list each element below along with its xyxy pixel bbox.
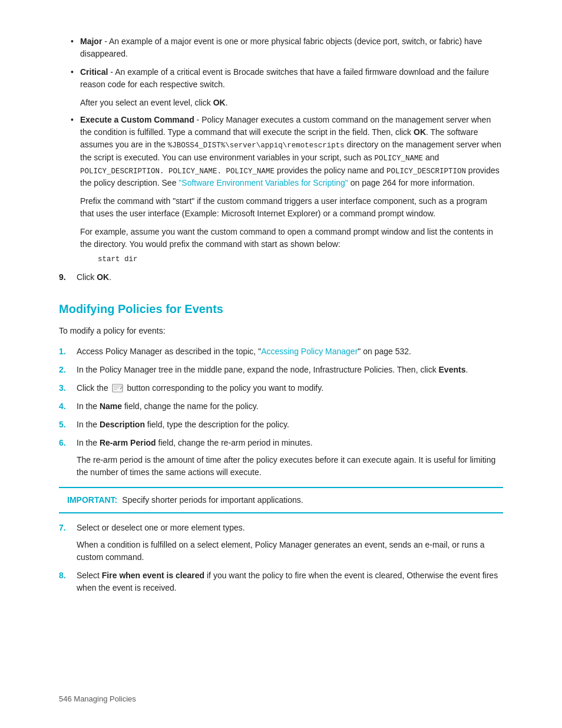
- code-example: start dir: [98, 254, 503, 265]
- step-6: 6. In the Re-arm Period field, change th…: [59, 437, 503, 479]
- step-1-link[interactable]: Accessing Policy Manager: [261, 347, 358, 356]
- step-6-sub: The re-arm period is the amount of time …: [77, 454, 503, 479]
- step-7: 7. Select or deselect one or more elemen…: [59, 522, 503, 564]
- step-8-content: Select Fire when event is cleared if you…: [77, 569, 503, 594]
- major-label: Major: [80, 37, 102, 46]
- step-7-num: 7.: [59, 522, 73, 534]
- svg-marker-4: [120, 387, 123, 390]
- ok-text: OK: [213, 98, 226, 107]
- page-container: Major - An example of a major event is o…: [0, 0, 562, 728]
- step-4-bold: Name: [100, 401, 122, 411]
- step-1-content: Access Policy Manager as described in th…: [77, 345, 503, 358]
- critical-label: Critical: [80, 67, 108, 77]
- execute-link[interactable]: "Software Environment Variables for Scri…: [178, 178, 348, 187]
- important-box: IMPORTANT: Specify shorter periods for i…: [59, 487, 503, 513]
- important-label: IMPORTANT:: [67, 494, 117, 506]
- step-5-num: 5.: [59, 419, 73, 431]
- after-select-text: After you select an event level, click: [80, 98, 213, 107]
- step-8-bold: Fire when event is cleared: [102, 571, 204, 580]
- execute-text4: and: [423, 153, 439, 162]
- step9-text-before: Click: [77, 272, 97, 282]
- step-3-content: Click the button corresponding to the po…: [77, 382, 503, 394]
- footer: 546 Managing Policies: [59, 693, 136, 705]
- step-8: 8. Select Fire when event is cleared if …: [59, 569, 503, 594]
- edit-icon: [112, 384, 124, 393]
- step-2-bold: Events: [439, 365, 466, 374]
- execute-mono1: %JBOSS4_DIST%\server\appiq\remotescripts: [168, 141, 345, 150]
- prefix-para: Prefix the command with "start" if the c…: [80, 195, 503, 220]
- bullet-execute: Execute a Custom Command - Policy Manage…: [71, 114, 503, 265]
- step-2-content: In the Policy Manager tree in the middle…: [77, 364, 503, 376]
- step-2-num: 2.: [59, 364, 73, 376]
- execute-mono3: POLICY_DESCRIPTION. POLICY_NAME. POLICY_…: [80, 167, 275, 176]
- step-4-num: 4.: [59, 400, 73, 413]
- after-select-line: After you select an event level, click O…: [80, 97, 503, 109]
- top-bullet-list: Major - An example of a major event is o…: [71, 35, 503, 91]
- step9-period: .: [109, 272, 111, 282]
- step9-ok: OK: [97, 272, 109, 282]
- step-4-content: In the Name field, change the name for t…: [77, 400, 503, 413]
- step-8-num: 8.: [59, 569, 73, 582]
- steps-list-after: 7. Select or deselect one or more elemen…: [59, 522, 503, 594]
- step-3: 3. Click the button corresponding to the…: [59, 382, 503, 394]
- step-7-sub: When a condition is fulfilled on a selec…: [77, 539, 503, 564]
- step-9-line: 9. Click OK.: [59, 271, 503, 284]
- execute-bullet-list: Execute a Custom Command - Policy Manage…: [71, 114, 503, 265]
- bullet-major: Major - An example of a major event is o…: [71, 35, 503, 60]
- step-6-content: In the Re-arm Period field, change the r…: [77, 437, 503, 479]
- execute-mono2: POLICY_NAME: [375, 154, 424, 163]
- execute-ok: OK: [414, 127, 426, 137]
- step-3-num: 3.: [59, 382, 73, 394]
- execute-text7: on page 264 for more information.: [348, 178, 475, 187]
- important-content: Specify shorter periods for important ap…: [122, 494, 303, 506]
- step-2: 2. In the Policy Manager tree in the mid…: [59, 364, 503, 376]
- step-5-bold: Description: [100, 420, 145, 429]
- execute-text5: provides the policy name and: [275, 166, 386, 175]
- critical-text: - An example of a critical event is Broc…: [80, 67, 489, 89]
- execute-label: Execute a Custom Command: [80, 115, 194, 124]
- step-1: 1. Access Policy Manager as described in…: [59, 345, 503, 358]
- section-heading: Modifying Policies for Events: [59, 300, 503, 318]
- step-4: 4. In the Name field, change the name fo…: [59, 400, 503, 413]
- step-5: 5. In the Description field, type the de…: [59, 419, 503, 431]
- execute-mono4: POLICY_DESCRIPTION: [386, 167, 466, 176]
- step-6-bold: Re-arm Period: [100, 438, 156, 447]
- step-7-content: Select or deselect one or more element t…: [77, 522, 503, 564]
- step-6-num: 6.: [59, 437, 73, 449]
- step-1-num: 1.: [59, 345, 73, 358]
- step-9-num: 9.: [59, 271, 73, 284]
- major-text: - An example of a major event is one or …: [80, 37, 482, 58]
- bullet-critical: Critical - An example of a critical even…: [71, 66, 503, 91]
- step-5-content: In the Description field, type the descr…: [77, 419, 503, 431]
- steps-list: 1. Access Policy Manager as described in…: [59, 345, 503, 479]
- step-9-text: Click OK.: [77, 271, 111, 284]
- section-intro: To modify a policy for events:: [59, 325, 503, 337]
- example-para: For example, assume you want the custom …: [80, 226, 503, 251]
